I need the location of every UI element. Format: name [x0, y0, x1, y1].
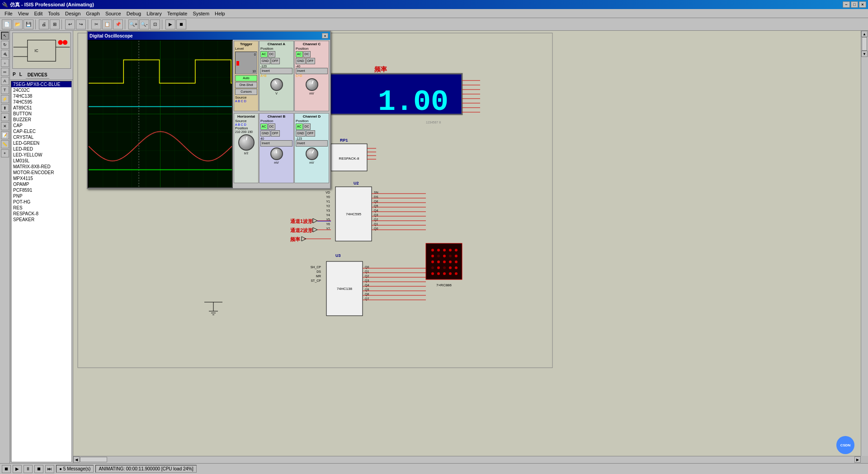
devices-list[interactable]: 7SEG-MPX8-CC-BLUE 24C02C 74HC138 74HC595…	[11, 81, 72, 462]
ch-b-invert[interactable]: Invert	[260, 140, 292, 147]
menu-debug[interactable]: Debug	[124, 10, 144, 17]
tb-redo[interactable]: ↪	[76, 19, 86, 29]
tb-zoom-out[interactable]: 🔍-	[139, 19, 149, 29]
device-lm016l[interactable]: LM016L	[11, 158, 71, 164]
horizontal-scrollbar[interactable]: ◀ ▶	[73, 456, 861, 463]
device-mpx4115[interactable]: MPX4115	[11, 175, 71, 181]
menu-edit[interactable]: Edit	[31, 10, 45, 17]
auto-btn[interactable]: Auto	[235, 75, 257, 81]
menu-library[interactable]: Library	[144, 10, 165, 17]
tb-zoom-fit[interactable]: ⊡	[150, 19, 160, 29]
tool-label[interactable]: A	[1, 77, 9, 85]
device-74hc138[interactable]: 74HC138	[11, 93, 71, 99]
tb-undo[interactable]: ↩	[65, 19, 75, 29]
hscroll-track[interactable]	[80, 456, 854, 463]
tool-no-connect[interactable]: ✕	[1, 122, 9, 130]
menu-file[interactable]: File	[2, 10, 15, 17]
device-pot-hg[interactable]: POT-HG	[11, 199, 71, 205]
vscroll-down[interactable]: ▼	[861, 51, 868, 57]
ch-a-off[interactable]: OFF	[271, 58, 280, 64]
vscroll-up[interactable]: ▲	[861, 31, 868, 37]
tb-open[interactable]: 📂	[13, 19, 23, 29]
tool-junction[interactable]: ●	[1, 113, 9, 121]
device-74hc595[interactable]: 74HC595	[11, 99, 71, 105]
tb-stop[interactable]: ⏹	[176, 19, 186, 29]
tool-rotate[interactable]: ↻	[1, 41, 9, 49]
device-led-yellow[interactable]: LED-YELLOW	[11, 152, 71, 158]
tool-bus[interactable]: ═	[1, 68, 9, 76]
tb-copy[interactable]: 📋	[102, 19, 112, 29]
vertical-scrollbar[interactable]: ▲ ▼	[861, 31, 868, 456]
tool-wire[interactable]: ⬦	[1, 59, 9, 67]
menu-system[interactable]: System	[190, 10, 212, 17]
device-led-green[interactable]: LED-GREEN	[11, 140, 71, 146]
tool-probe[interactable]: ⬆	[1, 104, 9, 112]
tb-run[interactable]: ▶	[165, 19, 175, 29]
csdn-badge[interactable]: CSDN	[836, 436, 854, 454]
ch-d-invert[interactable]: Invert	[296, 140, 328, 147]
tool-add[interactable]: +	[1, 149, 9, 157]
device-cap-elec[interactable]: CAP-ELEC	[11, 128, 71, 134]
ch-a-knob[interactable]	[270, 78, 283, 91]
device-motor[interactable]: MOTOR-ENCODER	[11, 170, 71, 175]
ch-a-invert[interactable]: Invert	[260, 68, 292, 74]
tool-script[interactable]: 📝	[1, 131, 9, 139]
tb-save[interactable]: 💾	[24, 19, 33, 29]
menu-graph[interactable]: Graph	[83, 10, 103, 17]
close-button[interactable]: ×	[859, 1, 866, 8]
device-speaker[interactable]: SPEAKER	[11, 217, 71, 223]
minimize-button[interactable]: −	[843, 1, 850, 8]
vscroll-track[interactable]	[861, 37, 868, 51]
ch-c-ac[interactable]: AC	[296, 51, 303, 57]
ch-b-off[interactable]: OFF	[271, 130, 280, 137]
tool-text[interactable]: T	[1, 86, 9, 94]
device-cap[interactable]: CAP	[11, 123, 71, 128]
device-crystal[interactable]: CRYSTAL	[11, 134, 71, 140]
device-res[interactable]: RES	[11, 205, 71, 211]
ch-d-ac[interactable]: AC	[296, 123, 303, 130]
stop-btn2[interactable]: ⏹	[34, 465, 43, 473]
hscroll-left[interactable]: ◀	[73, 456, 80, 463]
ch-c-dc[interactable]: DC	[303, 51, 311, 57]
tool-select[interactable]: ↖	[1, 32, 9, 40]
osc-close-button[interactable]: ×	[322, 33, 328, 38]
canvas-area[interactable]: 1.00 频率 ABCDEFG DP 1234567 8 RP1 RESPACK…	[73, 31, 868, 463]
ch-d-gnd[interactable]: GND	[296, 130, 306, 137]
device-respack8[interactable]: RESPACK-8	[11, 211, 71, 217]
device-7seg[interactable]: 7SEG-MPX8-CC-BLUE	[11, 81, 71, 87]
menu-tools[interactable]: Tools	[45, 10, 62, 17]
device-24c02c[interactable]: 24C02C	[11, 87, 71, 93]
device-at89c51[interactable]: AT89C51	[11, 105, 71, 111]
device-led-red[interactable]: LED-RED	[11, 146, 71, 152]
maximize-button[interactable]: □	[851, 1, 858, 8]
ch-d-knob[interactable]	[306, 147, 318, 160]
hscroll-right[interactable]: ▶	[854, 456, 861, 463]
schematic-canvas[interactable]: 1.00 频率 ABCDEFG DP 1234567 8 RP1 RESPACK…	[73, 31, 861, 456]
tb-cut[interactable]: ✂	[91, 19, 101, 29]
ch-b-dc[interactable]: DC	[268, 123, 275, 130]
step-btn[interactable]: ⏭	[45, 465, 54, 473]
tool-component[interactable]: 🔌	[1, 50, 9, 58]
tb-new[interactable]: 📄	[2, 19, 12, 29]
pause-sim-btn[interactable]: ⏸	[24, 465, 33, 473]
menu-view[interactable]: View	[15, 10, 32, 17]
tab-p[interactable]: P	[11, 71, 18, 79]
one-shot-btn[interactable]: One-Shot	[235, 82, 257, 88]
device-button[interactable]: BUTTON	[11, 111, 71, 117]
ch-a-dc[interactable]: DC	[268, 51, 275, 57]
play-sim-btn[interactable]: ▶	[13, 465, 22, 473]
menu-template[interactable]: Template	[165, 10, 190, 17]
tool-power[interactable]: ⚡	[1, 95, 9, 103]
device-pnp[interactable]: PNP	[11, 193, 71, 199]
menu-help[interactable]: Help	[212, 10, 228, 17]
cursors-btn[interactable]: Cursors	[235, 89, 257, 95]
tb-print[interactable]: 🖨	[39, 19, 49, 29]
tab-l[interactable]: L	[18, 71, 24, 79]
tb-zoom-in[interactable]: 🔍+	[128, 19, 138, 29]
hscroll-thumb[interactable]	[80, 457, 107, 462]
tb-grid[interactable]: ⊞	[50, 19, 60, 29]
level-slider[interactable]: 0 10	[235, 52, 257, 74]
ch-b-ac[interactable]: AC	[260, 123, 268, 130]
device-opamp[interactable]: OPAMP	[11, 181, 71, 187]
tool-measure[interactable]: 📏	[1, 140, 9, 148]
